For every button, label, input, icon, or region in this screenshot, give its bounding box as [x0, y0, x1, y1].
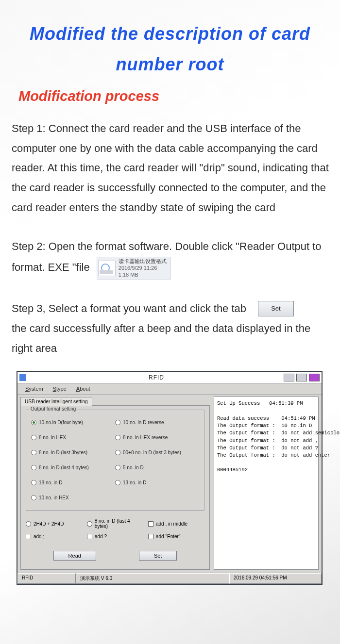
menu-about[interactable]: About — [72, 385, 94, 393]
opt-5d[interactable]: 5 no. in D — [115, 465, 199, 470]
set-button[interactable]: Set — [139, 551, 177, 561]
checkbox-icon — [148, 534, 153, 539]
opt-8d-last3[interactable]: 8 no. in D (last 3bytes) — [31, 450, 115, 455]
file-chip[interactable]: 读卡器输出设置格式 2016/9/29 11:26 1.18 MB — [97, 257, 171, 280]
output-format-group: Output format setting 10 no.in D(four by… — [26, 410, 204, 511]
status-app: RFID — [17, 573, 76, 584]
step-3-lead: Step 3, Select a format you want and cli… — [12, 302, 246, 314]
chk-add-question[interactable]: add ? — [87, 534, 143, 539]
opt-8d-last4[interactable]: 8 no. in D (last 4 bytes) — [31, 465, 115, 470]
file-date: 2016/9/29 11:26 — [119, 265, 157, 271]
checkbox-icon — [26, 534, 31, 539]
radio-icon — [31, 420, 36, 425]
file-size: 1.18 MB — [119, 272, 138, 278]
radio-icon — [115, 450, 120, 455]
app-icon — [19, 374, 26, 381]
tab-panel: Output format setting 10 no.in D(four by… — [20, 405, 210, 570]
opt-2h4d[interactable]: 2H4D + 2H4D — [26, 521, 82, 527]
checkbox-icon — [87, 534, 92, 539]
extra-row-2: add ; add ? add "Enter" — [26, 530, 204, 540]
radio-icon — [87, 521, 92, 527]
page-title: Modified the description of card number … — [0, 0, 340, 80]
step-2-text: Step 2: Open the format software. Double… — [12, 237, 329, 280]
action-buttons: Read Set — [26, 540, 204, 564]
radio-icon — [26, 521, 31, 527]
close-button[interactable] — [309, 374, 320, 381]
opt-10d-reverse[interactable]: 10 no. in D reverse — [115, 420, 199, 425]
statusbar: RFID 演示系统 V 6.0 2016.09.29 04:51:56 PM — [17, 573, 322, 584]
read-button[interactable]: Read — [53, 551, 96, 561]
opt-008d-last3[interactable]: 00+8 no. in D (last 3 bytes) — [115, 450, 199, 455]
tab-usb-reader[interactable]: USB reader intelligent setting — [20, 397, 92, 406]
radio-icon — [115, 480, 120, 485]
rfid-app-window: RFID System Stype About USB reader intel… — [17, 371, 323, 585]
file-info: 读卡器输出设置格式 2016/9/29 11:26 1.18 MB — [119, 258, 167, 278]
opt-8d-last4-b[interactable]: 8 no. in D (last 4 bytes) — [87, 518, 143, 529]
opt-18d[interactable]: 18 no. in D — [31, 480, 115, 485]
output-log: Set Up Success 04:51:39 PM Read data suc… — [214, 396, 319, 570]
window-titlebar: RFID — [17, 372, 322, 383]
menubar: System Stype About — [17, 383, 322, 395]
file-thumbnail-icon — [98, 261, 116, 276]
menu-stype[interactable]: Stype — [49, 385, 70, 393]
left-panel: USB reader intelligent setting Output fo… — [20, 396, 210, 570]
opt-8hex[interactable]: 8 no. in HEX — [31, 435, 115, 440]
opt-13d[interactable]: 13 no. in D — [115, 480, 199, 485]
step-3-tail: the card successfully after a beep and t… — [12, 322, 310, 354]
radio-icon — [31, 450, 36, 455]
radio-icon — [31, 465, 36, 470]
minimize-button[interactable] — [284, 374, 294, 381]
radio-icon — [31, 480, 36, 485]
radio-icon — [115, 420, 120, 425]
radio-icon — [31, 495, 36, 500]
opt-10d-4byte[interactable]: 10 no.in D(four byte) — [31, 420, 115, 425]
opt-10hex[interactable]: 10 no. in HEX — [31, 495, 115, 500]
radio-icon — [31, 435, 36, 440]
extra-row-1: 2H4D + 2H4D 8 no. in D (last 4 bytes) ad… — [26, 514, 204, 530]
window-title: RFID — [29, 374, 284, 381]
status-version: 演示系统 V 6.0 — [76, 573, 229, 584]
steps-container: Step 1: Connect the card reader and the … — [0, 104, 340, 358]
step-3-text: Step 3, Select a format you want and cli… — [12, 299, 329, 358]
radio-icon — [115, 435, 120, 440]
opt-8hex-reverse[interactable]: 8 no. in HEX reverse — [115, 435, 199, 440]
step-1-text: Step 1: Connect the card reader and the … — [12, 119, 329, 217]
window-body: USB reader intelligent setting Output fo… — [17, 395, 322, 573]
status-datetime: 2016.09.29 04:51:56 PM — [229, 573, 322, 584]
menu-system[interactable]: System — [21, 385, 47, 393]
set-button-illustration[interactable]: Set — [258, 301, 294, 316]
file-name: 读卡器输出设置格式 — [119, 258, 167, 265]
section-subtitle: Modification process — [0, 80, 340, 104]
checkbox-icon — [148, 521, 153, 527]
chk-add-comma-middle[interactable]: add , in middle — [148, 521, 204, 527]
radio-icon — [115, 465, 120, 470]
maximize-button[interactable] — [296, 374, 307, 381]
group-title: Output format setting — [29, 406, 77, 412]
chk-add-semicolon[interactable]: add ; — [26, 534, 82, 539]
chk-add-enter[interactable]: add "Enter" — [148, 534, 204, 539]
